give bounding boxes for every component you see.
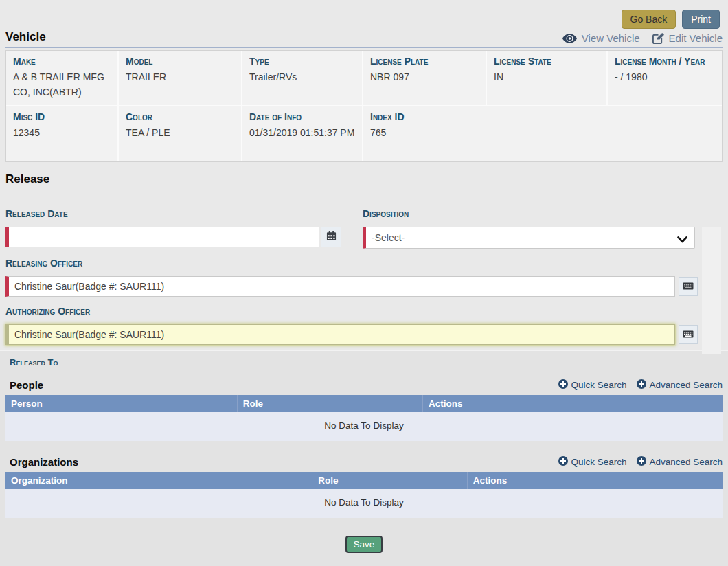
field-value: - / 1980 <box>615 70 715 85</box>
people-column-actions[interactable]: Actions <box>423 395 723 412</box>
save-row: Save <box>5 536 723 553</box>
released-to-label: Released To <box>10 357 723 367</box>
vehicle-field-license-month-year: License Month / Year - / 1980 <box>608 51 722 106</box>
field-label: Misc ID <box>13 111 111 124</box>
organizations-no-data-text: No Data To Display <box>5 489 723 518</box>
vehicle-field-license-state: License State IN <box>487 51 608 106</box>
advanced-search-label: Advanced Search <box>649 457 723 467</box>
people-advanced-search-link[interactable]: Advanced Search <box>637 379 723 391</box>
vehicle-field-model: Model TRAILER <box>119 51 242 106</box>
released-date-field: Released Date <box>5 208 341 249</box>
keyboard-icon <box>683 280 694 293</box>
release-section-header: Release <box>5 172 723 190</box>
top-toolbar: Go Back Print <box>0 0 728 30</box>
main-content: Vehicle View Vehicle Edit Vehicle Make A… <box>0 30 728 345</box>
authorizing-officer-group <box>5 324 698 345</box>
disposition-select[interactable]: -Select- <box>363 227 695 249</box>
vehicle-actions: View Vehicle Edit Vehicle <box>562 32 723 44</box>
releasing-officer-field: Releasing Officer <box>5 258 698 297</box>
vehicle-field-make: Make A & B TRAILER MFG CO, INC(ABTR) <box>6 51 119 106</box>
organizations-column-organization[interactable]: Organization <box>5 472 312 489</box>
field-label: License State <box>494 55 600 68</box>
people-column-person[interactable]: Person <box>5 395 237 412</box>
people-no-data-row: No Data To Display <box>5 412 723 441</box>
field-value: Trailer/RVs <box>249 70 355 85</box>
field-value: IN <box>494 70 600 85</box>
released-date-group <box>5 227 341 247</box>
field-value: 01/31/2019 01:51:37 PM <box>249 126 355 141</box>
eye-icon <box>562 34 577 43</box>
print-button[interactable]: Print <box>682 10 720 29</box>
field-label: Type <box>249 55 355 68</box>
field-label: License Plate <box>370 55 479 68</box>
go-back-button[interactable]: Go Back <box>622 10 676 29</box>
people-table: Person Role Actions No Data To Display <box>5 395 723 441</box>
organizations-section-header: Organizations Quick Search Advanced Sear… <box>5 456 723 472</box>
disposition-field: Disposition -Select- <box>363 208 695 249</box>
releasing-officer-input[interactable] <box>5 276 675 297</box>
organizations-table-header-row: Organization Role Actions <box>5 472 723 489</box>
released-to-panel: Released To People Quick Search Advanced… <box>0 350 728 566</box>
authorizing-officer-label: Authorizing Officer <box>5 306 698 317</box>
disposition-select-wrap: -Select- <box>363 227 695 249</box>
field-label: Make <box>13 55 111 68</box>
vehicle-field-color: Color TEA / PLE <box>119 106 242 161</box>
scrollbar-track[interactable] <box>702 227 721 354</box>
organizations-title: Organizations <box>10 456 78 468</box>
releasing-officer-group <box>5 276 698 297</box>
people-quick-search-link[interactable]: Quick Search <box>558 379 626 391</box>
calendar-button[interactable] <box>321 227 341 247</box>
vehicle-field-license-plate: License Plate NBR 097 <box>363 51 487 106</box>
organizations-no-data-row: No Data To Display <box>5 489 723 518</box>
view-vehicle-label: View Vehicle <box>582 32 640 44</box>
vehicle-section-header: Vehicle View Vehicle Edit Vehicle <box>5 30 723 48</box>
edit-vehicle-link[interactable]: Edit Vehicle <box>652 32 723 44</box>
field-label: License Month / Year <box>615 55 715 68</box>
released-date-input[interactable] <box>5 227 319 247</box>
releasing-officer-keyboard-button[interactable] <box>679 277 698 296</box>
organizations-search-links: Quick Search Advanced Search <box>558 456 723 468</box>
organizations-column-role[interactable]: Role <box>312 472 468 489</box>
disposition-label: Disposition <box>363 208 695 219</box>
plus-circle-icon <box>558 379 568 391</box>
field-value: A & B TRAILER MFG CO, INC(ABTR) <box>13 70 111 100</box>
people-column-role[interactable]: Role <box>237 395 422 412</box>
plus-circle-icon <box>637 379 646 391</box>
vehicle-field-index-id: Index ID 765 <box>363 106 722 161</box>
people-no-data-text: No Data To Display <box>5 412 723 441</box>
people-table-header-row: Person Role Actions <box>5 395 723 412</box>
vehicle-field-misc-id: Misc ID 12345 <box>6 106 119 161</box>
organizations-quick-search-link[interactable]: Quick Search <box>558 456 626 468</box>
releasing-officer-label: Releasing Officer <box>5 258 698 269</box>
release-form-row: Released Date Disposition -Select- <box>5 208 723 249</box>
plus-circle-icon <box>558 456 568 468</box>
authorizing-officer-keyboard-button[interactable] <box>679 325 698 344</box>
save-button[interactable]: Save <box>345 536 383 553</box>
organizations-column-actions[interactable]: Actions <box>467 472 723 489</box>
people-search-links: Quick Search Advanced Search <box>558 379 723 391</box>
field-value: 12345 <box>13 126 111 141</box>
people-title: People <box>10 379 43 391</box>
field-value: 765 <box>370 126 715 141</box>
organizations-table: Organization Role Actions No Data To Dis… <box>5 472 723 518</box>
field-label: Model <box>126 55 234 68</box>
authorizing-officer-input[interactable] <box>5 324 675 345</box>
field-label: Index ID <box>370 111 715 124</box>
organizations-advanced-search-link[interactable]: Advanced Search <box>637 456 723 468</box>
field-value: TEA / PLE <box>126 126 234 141</box>
edit-icon <box>652 32 664 44</box>
vehicle-section-title: Vehicle <box>5 30 46 44</box>
keyboard-icon <box>683 328 694 341</box>
released-date-label: Released Date <box>5 208 341 219</box>
vehicle-field-type: Type Trailer/RVs <box>242 51 363 106</box>
field-label: Date of Info <box>249 111 355 124</box>
vehicle-field-date-of-info: Date of Info 01/31/2019 01:51:37 PM <box>242 106 363 161</box>
quick-search-label: Quick Search <box>571 380 626 390</box>
advanced-search-label: Advanced Search <box>649 380 723 390</box>
authorizing-officer-field: Authorizing Officer <box>5 306 698 345</box>
release-section-title: Release <box>5 172 49 186</box>
plus-circle-icon <box>637 456 646 468</box>
vehicle-details-table: Make A & B TRAILER MFG CO, INC(ABTR) Mod… <box>5 50 723 162</box>
calendar-icon <box>326 231 337 244</box>
view-vehicle-link[interactable]: View Vehicle <box>562 32 640 44</box>
